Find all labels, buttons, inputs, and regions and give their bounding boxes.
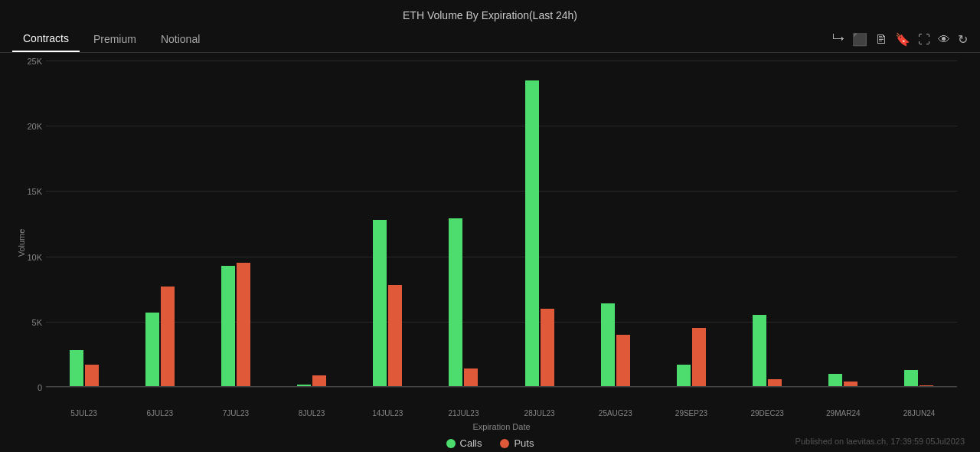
share-icon[interactable]: ⮡ [832, 32, 844, 46]
x-tick-label: 5JUL23 [46, 409, 122, 418]
puts-bar [161, 287, 175, 387]
calls-bar [70, 350, 83, 387]
tab-notional[interactable]: Notional [150, 27, 211, 51]
calls-bar [449, 218, 462, 387]
x-tick-label: 7JUL23 [198, 409, 273, 418]
bars-area [46, 61, 957, 387]
x-axis: 5JUL236JUL237JUL238JUL2314JUL2321JUL2328… [46, 409, 957, 418]
chart-area: Volume 25K20K15K10K5K0 5JUL236JUL237JUL2… [0, 53, 980, 433]
puts-dot [500, 439, 509, 448]
puts-bar [312, 375, 326, 387]
puts-bar [616, 335, 630, 387]
calls-label: Calls [460, 437, 482, 449]
bar-group [198, 61, 273, 387]
x-tick-label: 29DEC23 [730, 409, 805, 418]
bar-group [881, 61, 957, 387]
published-label: Published on laevitas.ch, 17:39:59 05Jul… [795, 437, 965, 446]
grid-line: 0 [46, 387, 957, 388]
bar-group [122, 61, 198, 387]
bar-group [501, 61, 577, 387]
x-tick-label: 21JUL23 [426, 409, 501, 418]
calls-bar [677, 365, 691, 387]
chart-title: ETH Volume By Expiration(Last 24h) [0, 0, 980, 26]
x-tick-label: 25AUG23 [577, 409, 653, 418]
toolbar: ⮡ ⬛ 🖹 🔖 ⛶ 👁 ↻ [832, 32, 968, 47]
puts-bar [237, 263, 250, 387]
y-axis-label: Volume [17, 229, 26, 257]
y-tick-label: 0 [38, 383, 42, 392]
x-tick-label: 6JUL23 [122, 409, 198, 418]
x-tick-label: 28JUL23 [501, 409, 577, 418]
calls-bar [145, 313, 159, 387]
x-tick-label: 14JUL23 [350, 409, 426, 418]
legend-puts: Puts [500, 437, 534, 449]
fullscreen-icon[interactable]: ⛶ [918, 32, 930, 46]
tab-contracts[interactable]: Contracts [12, 26, 80, 52]
x-tick-label: 8JUL23 [274, 409, 350, 418]
tab-premium[interactable]: Premium [83, 27, 147, 51]
calls-bar [828, 374, 842, 387]
calls-bar [221, 266, 235, 387]
calls-bar [525, 80, 539, 387]
x-axis-title: Expiration Date [46, 422, 957, 431]
bar-group [730, 61, 805, 387]
tabs-row: Contracts Premium Notional ⮡ ⬛ 🖹 🔖 ⛶ 👁 ↻ [0, 26, 980, 53]
zero-line [46, 386, 957, 387]
y-tick-label: 20K [27, 122, 42, 131]
calls-bar [601, 303, 615, 387]
puts-bar [388, 285, 402, 387]
x-tick-label: 28JUN24 [881, 409, 957, 418]
calls-bar [373, 220, 387, 387]
y-tick-label: 10K [27, 253, 42, 262]
calls-dot [446, 439, 456, 448]
legend-calls: Calls [446, 437, 482, 449]
bar-group [805, 61, 881, 387]
eye-icon[interactable]: 👁 [938, 32, 950, 46]
puts-bar [541, 309, 554, 387]
x-tick-label: 29SEP23 [653, 409, 729, 418]
y-tick-label: 25K [27, 57, 42, 66]
y-tick-label: 5K [32, 318, 42, 327]
bar-group [577, 61, 653, 387]
bar-group [274, 61, 350, 387]
download-icon[interactable]: 🖹 [875, 32, 887, 46]
bar-group [426, 61, 501, 387]
puts-bar [464, 368, 478, 387]
calls-bar [753, 315, 766, 387]
y-tick-label: 15K [27, 187, 42, 196]
bar-group [46, 61, 122, 387]
refresh-icon[interactable]: ↻ [958, 32, 968, 47]
puts-bar [85, 365, 99, 387]
chart-inner: 25K20K15K10K5K0 5JUL236JUL237JUL238JUL23… [46, 61, 957, 387]
bar-group [350, 61, 426, 387]
bookmark-icon[interactable]: 🔖 [895, 32, 910, 47]
screenshot-icon[interactable]: ⬛ [852, 32, 867, 47]
puts-label: Puts [514, 437, 534, 449]
x-tick-label: 29MAR24 [805, 409, 881, 418]
calls-bar [904, 370, 918, 387]
chart-container: ETH Volume By Expiration(Last 24h) Contr… [0, 0, 980, 452]
puts-bar [692, 328, 706, 387]
bar-group [653, 61, 729, 387]
